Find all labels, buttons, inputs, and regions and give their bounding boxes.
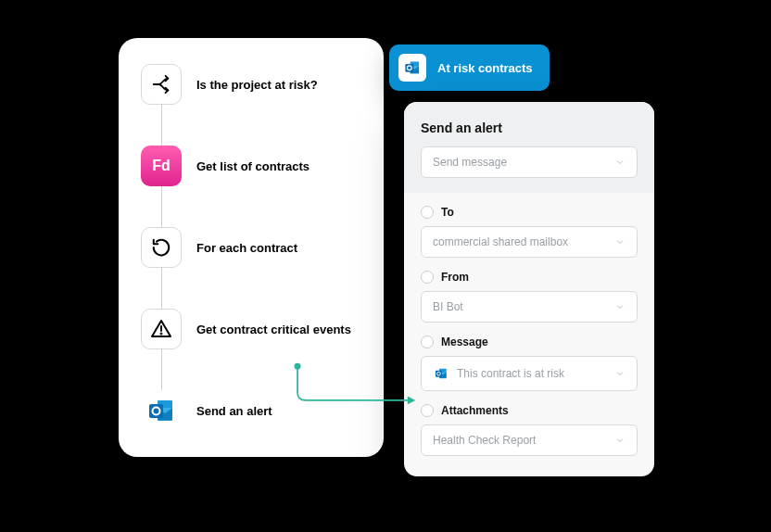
radio-attachments[interactable] <box>421 404 434 417</box>
from-value: BI Bot <box>433 300 607 313</box>
attachments-label: Attachments <box>441 404 509 417</box>
alert-title: Send an alert <box>421 120 638 135</box>
svg-rect-9 <box>436 371 442 377</box>
step-label: Is the project at risk? <box>196 78 318 92</box>
step-label: Get list of contracts <box>196 159 310 173</box>
step-label: For each contract <box>196 241 297 255</box>
field-from: From BI Bot <box>421 271 638 323</box>
chevron-down-icon <box>614 301 626 312</box>
loop-icon <box>141 227 182 268</box>
chevron-down-icon <box>614 236 626 247</box>
workflow-step[interactable]: For each contract <box>141 227 361 268</box>
message-select[interactable]: This contract is at risk <box>421 356 638 391</box>
chevron-down-icon <box>614 435 626 446</box>
workflow-step[interactable]: Fd Get list of contracts <box>141 146 361 186</box>
tag-at-risk-contracts[interactable]: At risk contracts <box>389 44 550 91</box>
workflow-step[interactable]: Is the project at risk? <box>141 64 361 105</box>
alert-panel: Send an alert Send message To commercial… <box>404 102 654 476</box>
alert-header: Send an alert Send message <box>404 102 654 193</box>
radio-from[interactable] <box>421 271 434 284</box>
chevron-down-icon <box>614 368 626 379</box>
workflow-step[interactable]: Get contract critical events <box>141 309 361 349</box>
outlook-icon <box>141 390 182 431</box>
step-label: Get contract critical events <box>196 323 351 336</box>
svg-rect-6 <box>405 64 413 72</box>
outlook-icon <box>433 365 449 382</box>
to-value: commercial shared mailbox <box>433 235 607 248</box>
alert-body: To commercial shared mailbox From BI Bot… <box>404 193 654 476</box>
field-attachments: Attachments Health Check Report <box>421 404 638 456</box>
to-select[interactable]: commercial shared mailbox <box>421 226 638 258</box>
attachments-select[interactable]: Health Check Report <box>421 424 638 456</box>
field-message: Message This contract is at risk <box>421 336 638 391</box>
message-value: This contract is at risk <box>457 367 607 380</box>
to-label: To <box>441 206 454 219</box>
from-select[interactable]: BI Bot <box>421 291 638 323</box>
action-placeholder: Send message <box>433 156 607 169</box>
branch-icon <box>141 64 182 105</box>
radio-message[interactable] <box>421 336 434 348</box>
workflow-card: Is the project at risk? Fd Get list of c… <box>119 38 384 457</box>
message-label: Message <box>441 336 488 348</box>
fd-icon: Fd <box>141 146 182 186</box>
workflow-step[interactable]: Send an alert <box>141 390 361 431</box>
chevron-down-icon <box>614 157 626 168</box>
from-label: From <box>441 271 469 284</box>
tag-label: At risk contracts <box>437 61 533 75</box>
attachments-value: Health Check Report <box>433 434 607 447</box>
radio-to[interactable] <box>421 206 434 219</box>
action-select[interactable]: Send message <box>421 146 638 178</box>
field-to: To commercial shared mailbox <box>421 206 638 258</box>
svg-rect-3 <box>149 404 163 418</box>
svg-point-1 <box>161 334 162 335</box>
step-label: Send an alert <box>196 404 272 418</box>
outlook-icon <box>398 54 426 82</box>
warning-icon <box>141 309 182 349</box>
